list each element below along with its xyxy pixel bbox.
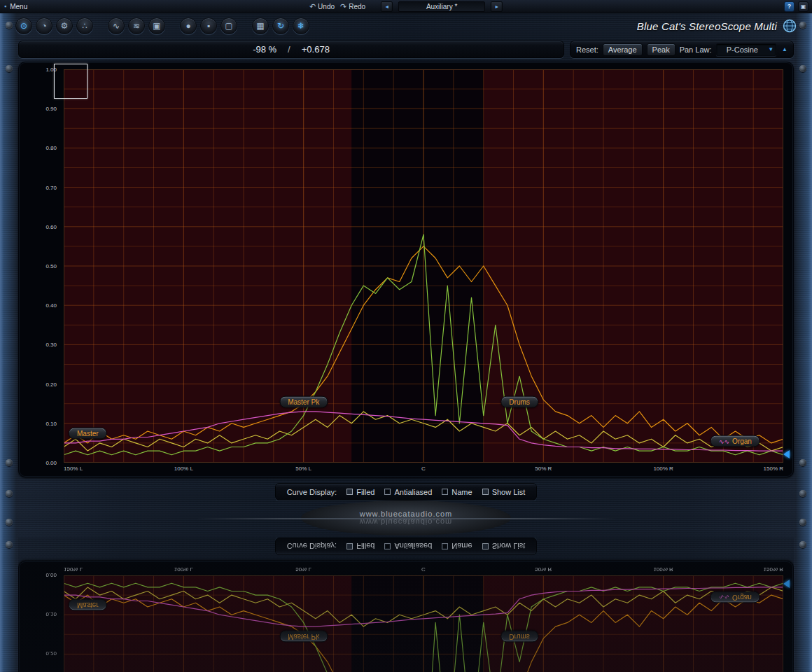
- preset-prev-button[interactable]: ◄: [381, 1, 393, 12]
- x-tick-label: 50% R: [535, 465, 552, 472]
- filled-checkbox[interactable]: Filled: [346, 542, 374, 551]
- show-list-checkbox[interactable]: Show List: [482, 488, 526, 496]
- layers-mode-button[interactable]: ≋: [128, 18, 145, 34]
- point-mode-button[interactable]: ●: [180, 18, 197, 34]
- name-checkbox[interactable]: Name: [442, 488, 472, 496]
- y-tick-label: 0.10: [46, 421, 57, 427]
- scope-button[interactable]: ◔: [36, 18, 52, 34]
- name-label: Name: [451, 542, 472, 551]
- checkbox-icon: [346, 489, 353, 495]
- globe-icon[interactable]: [783, 19, 797, 33]
- checkbox-icon: [482, 489, 489, 495]
- plot-area[interactable]: MasterMaster PkDrums∿∿Organ: [64, 575, 783, 672]
- checkbox-icon: [442, 543, 448, 550]
- freeze-button[interactable]: ❄: [293, 18, 309, 34]
- correlation-value: +0.678: [302, 44, 330, 55]
- undo-button[interactable]: ↶ Undo: [309, 2, 335, 11]
- redo-button[interactable]: ↷ Redo: [340, 2, 365, 11]
- grid-button[interactable]: ▦: [252, 18, 269, 34]
- show-list-label: Show List: [492, 488, 526, 496]
- settings-button[interactable]: ⚙: [56, 18, 73, 34]
- y-tick-label: 0.30: [46, 342, 57, 348]
- y-axis: 1.000.900.800.700.600.500.400.300.200.10…: [19, 575, 64, 672]
- reset-panlaw-panel: Reset: Average Peak Pan Law: P-Cosine ▼ …: [570, 41, 794, 58]
- position-marker[interactable]: [783, 450, 790, 458]
- redo-icon: ↷: [340, 2, 346, 11]
- screw-icon: [799, 459, 806, 466]
- y-tick-label: 0.20: [46, 650, 57, 657]
- presets-button[interactable]: ∴: [76, 18, 93, 34]
- readout-row: -98 % / +0.678 Reset: Average Peak Pan L…: [18, 41, 794, 58]
- undo-icon: ↶: [309, 2, 316, 11]
- name-label: Name: [451, 488, 472, 496]
- rounded-mode-button[interactable]: ▢: [220, 18, 237, 34]
- peak-button[interactable]: Peak: [647, 43, 676, 56]
- x-tick-label: 50% L: [295, 566, 312, 573]
- y-tick-label: 0.20: [46, 382, 57, 388]
- antialiased-label: Antialiased: [394, 488, 432, 496]
- x-tick-label: 50% R: [535, 566, 552, 573]
- website-link[interactable]: www.bluecataudio.com: [360, 510, 453, 518]
- position-marker[interactable]: [783, 580, 790, 588]
- window-edge-left: [0, 0, 4, 672]
- show-list-label: Show List: [492, 542, 526, 551]
- curve-mode-button[interactable]: ∿: [108, 18, 125, 34]
- window-menu-button[interactable]: ▣: [798, 1, 808, 12]
- website-link-reflection: www.bluecataudio.com: [360, 518, 453, 526]
- x-tick-label: 150% R: [764, 465, 783, 472]
- plot-area[interactable]: MasterMaster PkDrums∿∿Organ: [64, 69, 783, 463]
- screw-icon: [6, 459, 13, 466]
- undo-label: Undo: [318, 3, 335, 10]
- dropdown-arrow-icon: ▼: [768, 46, 774, 52]
- menu-button[interactable]: Menu: [10, 3, 27, 10]
- y-axis: 1.000.900.800.700.600.500.400.300.200.10…: [19, 69, 64, 463]
- preset-next-button[interactable]: ►: [491, 1, 503, 12]
- brand-plate: www.bluecataudio.com www.bluecataudio.co…: [301, 500, 511, 536]
- pan-law-label: Pan Law:: [680, 46, 712, 54]
- correlation-readout: -98 % / +0.678: [18, 41, 564, 58]
- curve-display-bar: Curve Display: Filled Antialiased Name S…: [275, 538, 538, 555]
- name-checkbox[interactable]: Name: [442, 542, 472, 551]
- x-axis: 150% L100% L50% LC50% R100% R150% R: [64, 464, 783, 475]
- fill-mode-button[interactable]: ▣: [148, 18, 165, 34]
- x-tick-label: 150% L: [64, 566, 83, 573]
- stereo-curves-canvas[interactable]: [64, 575, 783, 672]
- collapse-icon[interactable]: ▲: [782, 46, 788, 52]
- pan-law-select[interactable]: P-Cosine ▼: [716, 43, 777, 56]
- average-button[interactable]: Average: [603, 43, 643, 56]
- checkbox-icon: [482, 543, 489, 550]
- stereo-scope-panel: 1.000.900.800.700.600.500.400.300.200.10…: [18, 62, 794, 477]
- stereo-scope-panel: 1.000.900.800.700.600.500.400.300.200.10…: [18, 561, 794, 672]
- antialiased-checkbox[interactable]: Antialiased: [384, 542, 432, 551]
- pan-value: -98 %: [253, 44, 276, 55]
- scope-section: 1.000.900.800.700.600.500.400.300.200.10…: [18, 62, 794, 499]
- curve-display-bar: Curve Display: Filled Antialiased Name S…: [275, 483, 538, 500]
- reset-label: Reset:: [576, 46, 598, 54]
- y-tick-label: 0.70: [46, 185, 57, 191]
- filled-checkbox[interactable]: Filled: [346, 488, 374, 496]
- x-tick-label: 100% R: [653, 465, 673, 472]
- readout-separator: /: [288, 44, 290, 55]
- show-list-checkbox[interactable]: Show List: [482, 542, 526, 551]
- pan-law-value: P-Cosine: [717, 46, 769, 54]
- x-tick-label: 150% L: [64, 465, 83, 472]
- x-tick-label: 100% L: [174, 465, 193, 472]
- antialiased-checkbox[interactable]: Antialiased: [384, 488, 432, 496]
- curve-display-label: Curve Display:: [287, 542, 337, 551]
- x-tick-label: 100% L: [174, 566, 193, 573]
- preset-selector[interactable]: Auxiliary *: [398, 1, 485, 12]
- screw-icon: [6, 490, 13, 497]
- reflection: 1.000.900.800.700.600.500.400.300.200.10…: [18, 538, 794, 672]
- zoom-frame[interactable]: [54, 64, 88, 99]
- screw-icon: [799, 65, 806, 72]
- menu-bar: ▪ Menu ↶ Undo ↷ Redo ◄ Auxiliary * ► ? ▣: [0, 0, 812, 13]
- square-mode-button[interactable]: ▪: [200, 18, 217, 34]
- x-axis: 150% L100% L50% LC50% R100% R150% R: [64, 563, 783, 574]
- stereo-curves-canvas[interactable]: [64, 69, 783, 463]
- power-button[interactable]: ⊙: [15, 18, 32, 34]
- y-tick-label: 0.60: [46, 224, 57, 230]
- window-icon: ▪: [4, 3, 6, 10]
- sync-button[interactable]: ↻: [272, 18, 289, 34]
- y-tick-label: 0.00: [46, 460, 57, 466]
- help-button[interactable]: ?: [784, 1, 794, 12]
